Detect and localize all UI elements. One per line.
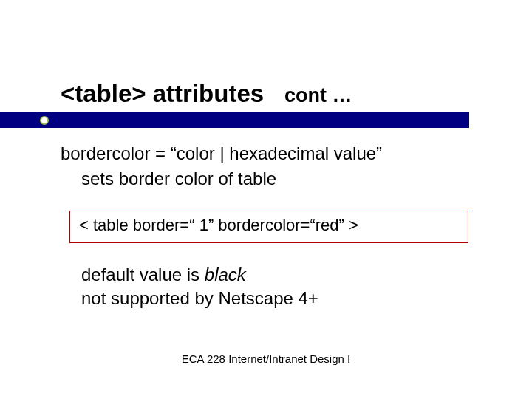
code-example-text: < table border=“ 1” bordercolor=“red” > <box>79 216 358 234</box>
code-example-box: < table border=“ 1” bordercolor=“red” > <box>69 211 468 243</box>
bullet-circle-icon <box>40 116 49 125</box>
slide-footer: ECA 228 Internet/Intranet Design I <box>0 352 532 365</box>
title-underline-bar <box>0 112 469 128</box>
attribute-description-line: sets border color of table <box>81 167 482 191</box>
default-value-line: default value is black <box>81 263 480 287</box>
slide-title-continued: cont … <box>284 84 352 107</box>
slide: <table> attributes cont … bordercolor = … <box>0 0 532 399</box>
attribute-syntax-line: bordercolor = “color | hexadecimal value… <box>61 142 482 166</box>
support-note-line: not supported by Netscape 4+ <box>81 287 480 310</box>
slide-title: <table> attributes <box>61 80 264 108</box>
body-block-1: bordercolor = “color | hexadecimal value… <box>61 142 482 191</box>
default-value-prefix: default value is <box>81 265 205 284</box>
slide-title-row: <table> attributes cont … <box>0 80 532 108</box>
default-value-italic: black <box>205 265 246 284</box>
body-block-2: default value is black not supported by … <box>81 263 480 311</box>
